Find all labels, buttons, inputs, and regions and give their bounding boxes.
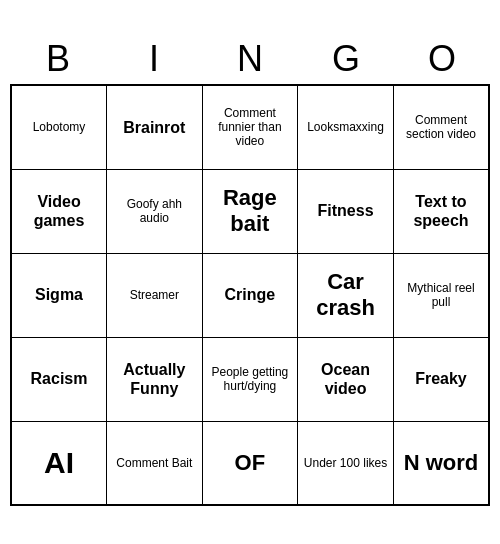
bingo-cell[interactable]: Video games — [11, 169, 107, 253]
bingo-cell[interactable]: Under 100 likes — [298, 421, 394, 505]
bingo-cell[interactable]: Streamer — [107, 253, 203, 337]
bingo-cell[interactable]: Rage bait — [202, 169, 297, 253]
table-row: AIComment BaitOFUnder 100 likesN word — [11, 421, 489, 505]
title-n: N — [202, 38, 298, 80]
bingo-cell[interactable]: Ocean video — [298, 337, 394, 421]
bingo-cell[interactable]: Freaky — [393, 337, 489, 421]
bingo-title: B I N G O — [10, 38, 490, 80]
bingo-cell[interactable]: Fitness — [298, 169, 394, 253]
bingo-cell[interactable]: Actually Funny — [107, 337, 203, 421]
bingo-cell[interactable]: Comment Bait — [107, 421, 203, 505]
table-row: Video gamesGoofy ahh audioRage baitFitne… — [11, 169, 489, 253]
bingo-cell[interactable]: Goofy ahh audio — [107, 169, 203, 253]
bingo-cell[interactable]: Car crash — [298, 253, 394, 337]
bingo-cell[interactable]: People getting hurt/dying — [202, 337, 297, 421]
bingo-cell[interactable]: Text to speech — [393, 169, 489, 253]
bingo-cell[interactable]: OF — [202, 421, 297, 505]
bingo-cell[interactable]: Comment funnier than video — [202, 85, 297, 169]
bingo-cell[interactable]: Sigma — [11, 253, 107, 337]
bingo-cell[interactable]: AI — [11, 421, 107, 505]
bingo-cell[interactable]: Lobotomy — [11, 85, 107, 169]
table-row: LobotomyBrainrotComment funnier than vid… — [11, 85, 489, 169]
title-i: I — [106, 38, 202, 80]
bingo-card: B I N G O LobotomyBrainrotComment funnie… — [10, 38, 490, 506]
title-o: O — [394, 38, 490, 80]
bingo-cell[interactable]: N word — [393, 421, 489, 505]
bingo-cell[interactable]: Brainrot — [107, 85, 203, 169]
bingo-cell[interactable]: Looksmaxxing — [298, 85, 394, 169]
bingo-grid: LobotomyBrainrotComment funnier than vid… — [10, 84, 490, 506]
bingo-cell[interactable]: Cringe — [202, 253, 297, 337]
bingo-cell[interactable]: Racism — [11, 337, 107, 421]
bingo-cell[interactable]: Mythical reel pull — [393, 253, 489, 337]
table-row: RacismActually FunnyPeople getting hurt/… — [11, 337, 489, 421]
table-row: SigmaStreamerCringeCar crashMythical ree… — [11, 253, 489, 337]
title-b: B — [10, 38, 106, 80]
bingo-cell[interactable]: Comment section video — [393, 85, 489, 169]
title-g: G — [298, 38, 394, 80]
